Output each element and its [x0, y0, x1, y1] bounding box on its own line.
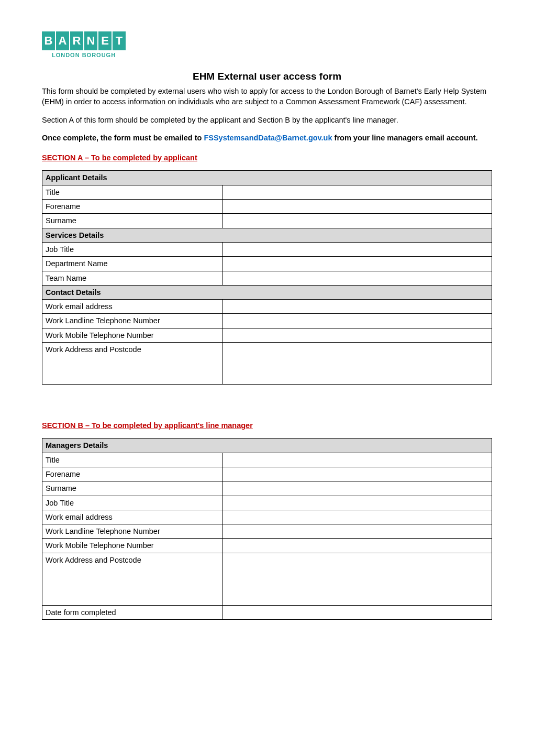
field-label: Work Landline Telephone Number [42, 524, 222, 539]
field-input-mobile[interactable] [222, 328, 492, 342]
field-label: Work Mobile Telephone Number [42, 328, 222, 342]
intro-paragraph-2: Section A of this form should be complet… [42, 115, 492, 125]
field-input-mgr-address[interactable] [222, 553, 492, 605]
field-input-mgr-title[interactable] [222, 453, 492, 467]
field-input-department[interactable] [222, 257, 492, 271]
field-label: Title [42, 453, 222, 467]
field-label: Surname [42, 481, 222, 496]
field-input-job-title[interactable] [222, 242, 492, 256]
intro-p3-post: from your line managers email account. [332, 134, 478, 142]
field-input-mgr-surname[interactable] [222, 481, 492, 496]
field-label: Surname [42, 214, 222, 228]
field-label: Department Name [42, 257, 222, 271]
group-header: Services Details [42, 228, 492, 242]
field-input-mgr-job-title[interactable] [222, 496, 492, 510]
intro-p3-pre: Once complete, the form must be emailed … [42, 134, 204, 142]
submission-email-link[interactable]: FSSystemsandData@Barnet.gov.uk [204, 134, 332, 142]
section-a-header: SECTION A – To be completed by applicant [42, 152, 492, 163]
field-input-mgr-mobile[interactable] [222, 539, 492, 553]
group-header: Applicant Details [42, 171, 492, 185]
field-label: Work Landline Telephone Number [42, 314, 222, 328]
section-b-table: Managers Details Title Forename Surname … [42, 438, 492, 620]
field-input-mgr-forename[interactable] [222, 467, 492, 481]
logo-letters-box: B A R N E T [42, 31, 126, 50]
field-input-email[interactable] [222, 300, 492, 314]
intro-text: This form should be completed by externa… [42, 86, 492, 143]
field-input-address[interactable] [222, 343, 492, 385]
logo-letter: A [56, 31, 70, 50]
field-label: Date form completed [42, 605, 222, 619]
field-input-mgr-email[interactable] [222, 510, 492, 524]
section-b-header: SECTION B – To be completed by applicant… [42, 420, 492, 431]
logo: B A R N E T LONDON BOROUGH [42, 31, 492, 59]
field-input-team[interactable] [222, 271, 492, 285]
intro-paragraph-3: Once complete, the form must be emailed … [42, 133, 492, 143]
logo-letter: N [84, 31, 98, 50]
field-label: Work Address and Postcode [42, 553, 222, 605]
logo-letter: B [42, 31, 56, 50]
field-label: Work email address [42, 510, 222, 524]
field-label: Forename [42, 200, 222, 214]
field-label: Forename [42, 467, 222, 481]
group-header: Managers Details [42, 439, 492, 453]
logo-letter: R [70, 31, 84, 50]
group-header: Contact Details [42, 285, 492, 299]
field-label: Work email address [42, 300, 222, 314]
field-input-forename[interactable] [222, 200, 492, 214]
field-label: Job Title [42, 242, 222, 256]
logo-letter: E [98, 31, 113, 50]
field-input-title[interactable] [222, 185, 492, 199]
page-title: EHM External user access form [42, 70, 492, 84]
intro-paragraph-1: This form should be completed by externa… [42, 86, 492, 107]
field-label: Job Title [42, 496, 222, 510]
field-label: Work Mobile Telephone Number [42, 539, 222, 553]
field-label: Team Name [42, 271, 222, 285]
section-a-table: Applicant Details Title Forename Surname… [42, 170, 492, 385]
field-input-landline[interactable] [222, 314, 492, 328]
logo-letter: T [113, 31, 126, 50]
field-input-date-completed[interactable] [222, 605, 492, 619]
field-input-mgr-landline[interactable] [222, 524, 492, 539]
field-label: Title [42, 185, 222, 199]
field-label: Work Address and Postcode [42, 343, 222, 385]
logo-subtitle: LONDON BOROUGH [42, 51, 126, 59]
field-input-surname[interactable] [222, 214, 492, 228]
